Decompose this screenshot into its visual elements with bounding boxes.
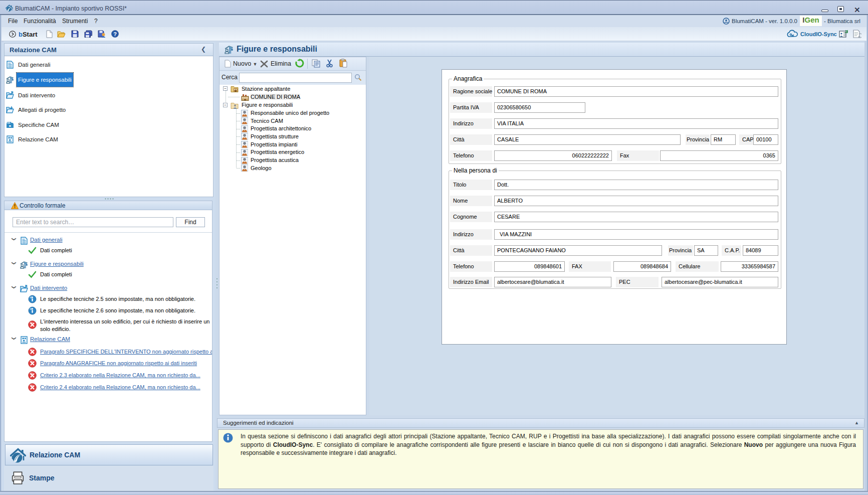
svg-text:?: ? xyxy=(113,31,117,37)
